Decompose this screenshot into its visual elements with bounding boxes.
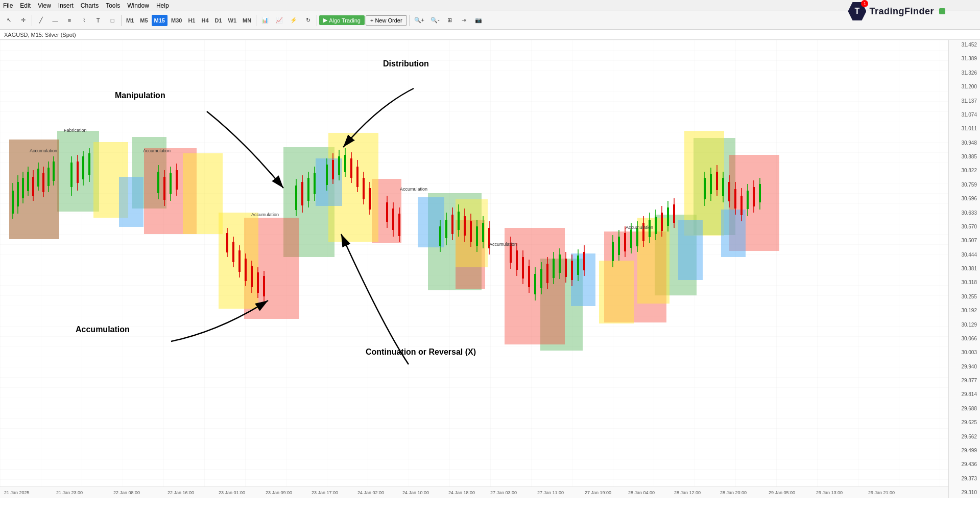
refresh-btn[interactable]: ↻ [301,14,315,27]
svg-rect-11 [37,169,39,187]
tf-w1[interactable]: W1 [226,15,240,26]
svg-rect-163 [759,184,761,202]
price-tick-29: 29.499 [950,448,979,454]
sep5 [409,15,410,26]
svg-text:21 Jan 23:00: 21 Jan 23:00 [56,490,83,495]
zone-blue-5 [678,220,703,280]
tf-m15[interactable]: M15 [152,15,168,26]
small-label-accumulation-6: Accumulation [626,225,653,230]
svg-rect-85 [458,212,460,230]
svg-rect-33 [176,170,178,190]
screenshot-btn[interactable]: 📷 [472,14,485,27]
zoom-in-btn[interactable]: 🔍+ [412,14,427,27]
zone-yellow-2 [183,153,223,234]
menu-item-help[interactable]: Help [156,2,169,9]
tf-m30[interactable]: M30 [169,15,184,26]
grid-btn[interactable]: ⊞ [443,14,457,27]
period-sep-btn[interactable]: ⚡ [287,14,300,27]
price-tick-5: 31.074 [950,112,979,118]
price-tick-22: 30.003 [950,350,979,356]
menu-item-insert[interactable]: Insert [58,2,74,9]
tf-h4[interactable]: H4 [199,15,211,26]
fib-btn[interactable]: ⌇ [77,14,90,27]
menu-item-file[interactable]: File [3,2,13,9]
price-tick-18: 30.255 [950,294,979,300]
svg-text:27 Jan 11:00: 27 Jan 11:00 [537,490,564,495]
svg-rect-35 [226,233,228,252]
channel-btn[interactable]: ≡ [63,14,76,27]
price-tick-25: 29.814 [950,391,979,398]
price-tick-17: 30.318 [950,280,979,286]
price-tick-16: 30.381 [950,266,979,272]
svg-rect-5 [22,178,24,198]
tf-m1[interactable]: M1 [124,15,136,26]
svg-rect-101 [522,257,524,279]
symbol-bar: XAGUSD, M15: Silver (Spot) [0,30,980,40]
price-tick-10: 30.759 [950,182,979,188]
algo-trading-btn[interactable]: ▶ Algo Trading [319,15,365,25]
svg-text:24 Jan 10:00: 24 Jan 10:00 [402,490,429,495]
tf-d1[interactable]: D1 [212,15,225,26]
price-tick-7: 30.948 [950,140,979,146]
menu-item-tools[interactable]: Tools [106,2,120,9]
svg-rect-43 [251,266,253,287]
svg-rect-27 [157,172,159,193]
svg-rect-109 [546,264,548,283]
zoom-out-btn[interactable]: 🔍- [428,14,442,27]
svg-text:27 Jan 03:00: 27 Jan 03:00 [490,490,517,495]
svg-rect-1 [12,191,14,214]
svg-rect-103 [528,266,530,287]
crosshair-btn[interactable]: ✛ [16,14,30,27]
tf-h1[interactable]: H1 [185,15,198,26]
svg-rect-39 [238,250,241,272]
menu-item-window[interactable]: Window [127,2,149,9]
hline-btn[interactable]: — [49,14,62,27]
chart-type-btn[interactable]: 📊 [258,14,272,27]
svg-rect-17 [53,161,55,181]
new-order-btn[interactable]: + New Order [366,15,407,26]
price-tick-9: 30.822 [950,168,979,174]
sep3 [256,15,256,26]
svg-text:29 Jan 05:00: 29 Jan 05:00 [769,490,795,495]
price-tick-12: 30.633 [950,210,979,216]
price-tick-8: 30.885 [950,154,979,160]
notification-badge: 1 [861,0,868,7]
tf-mn[interactable]: MN [240,15,254,26]
shapes-btn[interactable]: □ [106,14,119,27]
menu-item-view[interactable]: View [38,2,51,9]
zone-yellow-6 [599,261,634,323]
chart-area[interactable]: Accumulation Fabrication Accumulation Ac… [0,40,980,498]
small-label-accumulation-5: Accumulation [489,242,517,247]
svg-rect-153 [728,182,730,201]
zone-blue-6 [721,210,746,257]
price-tick-31: 29.373 [950,476,979,482]
price-tick-27: 29.625 [950,420,979,426]
svg-rect-15 [47,168,50,186]
svg-rect-83 [451,215,453,234]
svg-rect-71 [369,188,371,210]
text-btn[interactable]: T [91,14,105,27]
svg-rect-47 [263,276,265,296]
price-tick-23: 29.940 [950,364,979,370]
price-tick-19: 30.192 [950,308,979,314]
svg-rect-37 [232,242,234,262]
price-tick-6: 31.011 [950,126,979,132]
menu-item-edit[interactable]: Edit [20,2,31,9]
svg-rect-29 [163,177,165,200]
auto-scroll-btn[interactable]: ⇥ [458,14,471,27]
line-tool-btn[interactable]: ╱ [34,14,47,27]
sep2 [121,15,122,26]
tf-m5[interactable]: M5 [137,15,150,26]
svg-rect-77 [398,214,400,236]
zone-yellow-7 [637,218,670,304]
svg-text:24 Jan 02:00: 24 Jan 02:00 [357,490,384,495]
menu-item-charts[interactable]: Charts [81,2,99,9]
svg-text:21 Jan 2025: 21 Jan 2025 [4,490,30,495]
indicators-btn[interactable]: 📈 [273,14,286,27]
svg-rect-155 [734,189,736,209]
cursor-tool-btn[interactable]: ↖ [2,14,15,27]
svg-rect-9 [32,177,34,196]
price-tick-21: 30.066 [950,336,979,342]
svg-text:29 Jan 21:00: 29 Jan 21:00 [868,490,895,495]
svg-rect-3 [17,182,19,206]
